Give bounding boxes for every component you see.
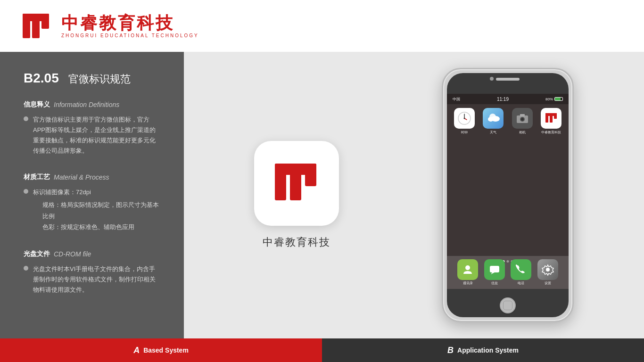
section-code: B2.05 [24,71,59,86]
dock-messages: 信息 [484,259,505,286]
phone-battery: 80% [545,97,563,101]
material-bullet-1: 标识辅图像素：72dpi 规格：格局实际情况制定，图示尺寸为基本比例 色彩：按规… [24,187,160,232]
bottom-nav: A Based System B Application System [0,338,644,362]
app-cell-clock: 时钟 [452,108,477,135]
zhongrui-label: 中睿教育科技 [541,130,561,135]
dock-settings: 设置 [537,259,558,286]
battery-fill [555,98,561,100]
bullet-dot [24,116,28,121]
info-bullet: 官方微信标识主要用于官方微信图标，官方APP图标等线上媒介，是企业线上推广渠道的… [24,115,160,156]
app-icon-section: 中睿教育科技 [254,141,339,249]
svg-rect-22 [545,113,557,116]
svg-point-26 [546,268,550,272]
clock-icon [454,108,475,129]
svg-point-14 [488,117,494,122]
nav-letter-a: A [133,346,140,355]
contacts-icon [457,259,478,280]
cdrom-bullet-text: 光盘文件时本VI手册电子文件的集合，内含手册制作时的专用软件格式文件，制作打印相… [33,264,160,295]
info-bullet-text: 官方微信标识主要用于官方微信图标，官方APP图标等线上媒介，是企业线上推广渠道的… [33,115,160,156]
material-title: 材质工艺 Material & Process [24,173,160,181]
svg-point-23 [465,265,470,270]
section-name-text: 官微标识规范 [68,72,131,86]
dock-contacts: 通讯录 [457,259,478,286]
phone-home-inner [503,301,512,310]
right-content: 中睿教育科技 中国 11:19 [184,52,644,338]
clock-label: 时钟 [461,130,468,135]
material-bullet-text-1: 标识辅图像素：72dpi [33,189,91,196]
nav-item-b[interactable]: B Application System [322,338,644,362]
phone-speaker [496,78,520,81]
settings-label: 设置 [545,281,551,286]
phone-dock: 通讯录 信息 [447,256,569,289]
info-section: 信息释义 Information Definitions 官方微信标识主要用于官… [24,100,160,160]
contacts-label: 通讯录 [463,281,473,286]
battery-bar [554,97,563,101]
svg-rect-18 [520,114,525,116]
sidebar: B2.05 官微标识规范 信息释义 Information Definition… [0,52,184,338]
bullet-dot-2 [24,189,28,194]
phone-camera [490,77,494,81]
app-grid: 时钟 天 [447,104,569,139]
app-cell-zhongrui: 中睿教育科技 [539,108,564,135]
camera-icon [512,108,533,129]
messages-icon [484,259,505,280]
svg-marker-25 [491,272,495,274]
nav-letter-b: B [447,346,454,355]
app-icon-svg [268,155,325,212]
svg-rect-3 [23,14,49,21]
nav-item-a[interactable]: A Based System [0,338,322,362]
settings-icon [537,259,558,280]
cdrom-section: 光盘文件 CD-ROM file 光盘文件时本VI手册电子文件的集合，内含手册制… [24,250,160,299]
main-content: B2.05 官微标识规范 信息释义 Information Definition… [0,52,644,338]
nav-label-b: Application System [457,346,519,354]
phone-dock-label: 电话 [518,281,524,286]
phone-mockup: 中国 11:19 80% [442,68,574,322]
logo-icon [19,9,53,43]
weather-icon [483,108,504,129]
zhongrui-icon [541,108,561,129]
svg-point-17 [521,118,524,121]
bullet-dot-3 [24,266,28,271]
cdrom-title: 光盘文件 CD-ROM file [24,250,160,258]
logo-chinese: 中睿教育科技 [61,14,199,33]
app-cell-camera: 相机 [510,108,535,135]
cdrom-bullet: 光盘文件时本VI手册电子文件的集合，内含手册制作时的专用软件格式文件，制作打印相… [24,264,160,295]
material-sub-2: 色彩：按规定标准色、辅助色应用 [42,222,160,232]
phone-icon [511,259,531,280]
svg-point-11 [463,118,465,119]
info-title: 信息释义 Information Definitions [24,100,160,109]
material-sub-1: 规格：格局实际情况制定，图示尺寸为基本比例 [42,199,160,222]
nav-label-a: Based System [143,346,189,354]
svg-rect-7 [275,164,316,175]
app-label: 中睿教育科技 [263,235,330,249]
phone-outer: 中国 11:19 80% [442,68,574,322]
phone-time: 11:19 [497,97,509,102]
dock-phone: 电话 [511,259,531,286]
logo-english: ZHONGRUI EDUCATIONAL TECHNOLOGY [61,33,199,38]
weather-label: 天气 [490,130,496,135]
phone-home-button[interactable] [500,297,516,313]
phone-status-bar: 中国 11:19 80% [447,94,569,104]
logo-text: 中睿教育科技 ZHONGRUI EDUCATIONAL TECHNOLOGY [61,14,199,39]
section-title: B2.05 官微标识规范 [24,71,160,86]
camera-label: 相机 [519,130,526,135]
material-section: 材质工艺 Material & Process 标识辅图像素：72dpi 规格：… [24,173,160,236]
logo-container: 中睿教育科技 ZHONGRUI EDUCATIONAL TECHNOLOGY [19,9,199,43]
phone-signal: 中国 [453,97,460,102]
header: 中睿教育科技 ZHONGRUI EDUCATIONAL TECHNOLOGY [0,0,644,52]
svg-rect-24 [490,266,499,272]
phone-inner: 中国 11:19 80% [447,73,569,317]
messages-label: 信息 [491,281,498,286]
app-cell-weather: 天气 [481,108,506,135]
app-icon-wrapper [254,141,339,226]
